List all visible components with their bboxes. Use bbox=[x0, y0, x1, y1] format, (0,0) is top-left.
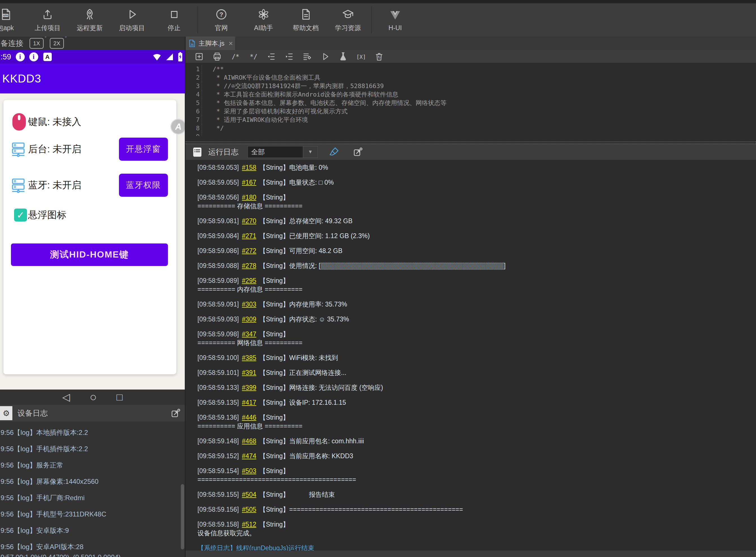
log-line-link[interactable]: #278 bbox=[242, 262, 256, 269]
run-log-entry: [09:58:59.084]#271【String】已使用空间: 1.12 GB… bbox=[197, 232, 749, 240]
run-log-title: 运行日志 bbox=[208, 147, 239, 157]
log-line-link[interactable]: #295 bbox=[242, 277, 256, 284]
log-line-link[interactable]: #270 bbox=[242, 217, 256, 225]
log-line-link[interactable]: #158 bbox=[242, 164, 256, 171]
log-message: 【String】已使用空间: 1.12 GB (2.3%) bbox=[259, 232, 370, 239]
toolbar-help-docs[interactable]: 帮助文档 bbox=[285, 8, 327, 32]
toolbar-learning-resources[interactable]: 学习资源 bbox=[327, 8, 369, 32]
log-line-link[interactable]: #399 bbox=[242, 384, 256, 391]
gear-icon[interactable]: ⚙ bbox=[0, 406, 12, 420]
log-line-link[interactable]: #512 bbox=[242, 521, 256, 528]
svg-text:APK: APK bbox=[3, 14, 8, 17]
toolbar-label: 远程更新 bbox=[77, 24, 103, 32]
editor-variables-icon[interactable]: [X] bbox=[356, 52, 366, 62]
log-line-link[interactable]: #446 bbox=[242, 414, 256, 421]
run-log-entry: [09:58:59.154]#503【String】==============… bbox=[197, 467, 749, 484]
svg-text:/*: /* bbox=[232, 53, 239, 60]
toolbar-stop[interactable]: 停止 bbox=[153, 8, 195, 32]
editor-format-code-icon[interactable] bbox=[302, 52, 312, 62]
toolbar-upload-project[interactable]: 上传项目 bbox=[26, 8, 69, 32]
phone-status-bar: :59 i i A bbox=[0, 50, 185, 64]
editor-comment-open-icon[interactable]: /* bbox=[230, 52, 240, 62]
device-log-scrollbar[interactable] bbox=[181, 484, 184, 549]
open-float-window-button[interactable]: 开悬浮窗 bbox=[119, 138, 168, 161]
editor-new-file-icon[interactable] bbox=[194, 52, 204, 62]
toolbar-start-project[interactable]: 启动项目 bbox=[111, 8, 153, 32]
bluetooth-permission-button[interactable]: 蓝牙权限 bbox=[119, 174, 168, 197]
toolbar-package-apk[interactable]: APK包apk bbox=[0, 8, 26, 32]
phone-row-label: 悬浮图标 bbox=[28, 209, 66, 222]
editor-outdent-icon[interactable] bbox=[266, 52, 276, 62]
editor-print-icon[interactable] bbox=[212, 52, 222, 62]
log-line-link[interactable]: #417 bbox=[242, 399, 256, 406]
editor-comment-close-icon[interactable]: */ bbox=[248, 52, 258, 62]
main-toolbar: APK包apk上传项目远程更新启动项目停止?官网AI助手帮助文档学习资源H-UI bbox=[0, 3, 756, 37]
log-message: 【String】================================… bbox=[259, 506, 463, 513]
log-message: 【String】 bbox=[259, 277, 289, 284]
svg-text:*/: */ bbox=[250, 53, 257, 60]
log-line-link[interactable]: #504 bbox=[242, 491, 256, 498]
log-message-line2: 设备信息获取完成。 bbox=[197, 529, 749, 537]
device-log-entry: 9:56【log】服务正常 bbox=[1, 461, 180, 469]
log-filter-arrow-icon[interactable]: ▼ bbox=[303, 146, 318, 158]
tab-close-icon[interactable]: × bbox=[229, 39, 233, 48]
device-connect-bar: 备连接 1X 2X bbox=[0, 37, 185, 50]
log-filter-select[interactable]: 全部 bbox=[248, 146, 303, 158]
system-log-entry: 【系统日志】线程(runDebugJs)运行结束 bbox=[197, 544, 749, 551]
tab-main-script[interactable]: JS 主脚本.js × bbox=[186, 37, 235, 50]
popout-icon[interactable] bbox=[353, 147, 364, 157]
code-editor[interactable]: 1/**2 * AIWROK平台设备信息全面检测工具3 * //✇交流QQ群71… bbox=[186, 63, 756, 144]
log-line-link[interactable]: #474 bbox=[242, 452, 256, 460]
run-log-header: 运行日志 全部 ▼ bbox=[186, 144, 756, 160]
nav-home-icon[interactable]: ○ bbox=[90, 389, 97, 405]
log-timestamp: [09:58:59.158] bbox=[197, 521, 239, 528]
run-log-entry: [09:58:59.055]#167【String】电量状态: □ 0% bbox=[197, 178, 749, 187]
log-line-link[interactable]: #180 bbox=[242, 194, 256, 201]
log-line-link[interactable]: #347 bbox=[242, 330, 256, 338]
clear-log-brush-icon[interactable] bbox=[328, 146, 340, 157]
tab-title: 主脚本.js bbox=[198, 39, 224, 48]
log-line-link[interactable]: #468 bbox=[242, 437, 256, 445]
log-line-link[interactable]: #505 bbox=[242, 506, 256, 513]
log-line-link[interactable]: #309 bbox=[242, 316, 256, 323]
log-line-link[interactable]: #167 bbox=[242, 179, 256, 186]
log-message-line2: ========== 存储信息 ========== bbox=[197, 202, 749, 210]
device-log-entry: 9:56【log】安卓版本:9 bbox=[1, 526, 180, 535]
code-line: 6 * 采用了多层容错机制和友好的可视化展示方式 bbox=[186, 107, 756, 116]
editor-clear-trash-icon[interactable]: ↻ bbox=[374, 52, 384, 62]
scale-1x-button[interactable]: 1X bbox=[30, 38, 43, 49]
graduation-icon bbox=[341, 8, 354, 21]
nav-back-icon[interactable]: ◁ bbox=[62, 389, 70, 405]
scale-2x-button[interactable]: 2X bbox=[50, 38, 64, 49]
editor-toolbar: /**/[X]↻ bbox=[186, 50, 756, 63]
device-screen-mirror[interactable]: :59 i i A KKDD3 测试HID-HOME键 键鼠: 未接入后台: 未… bbox=[0, 50, 185, 389]
log-line-link[interactable]: #272 bbox=[242, 247, 256, 255]
phone-status-card: 测试HID-HOME键 键鼠: 未接入后台: 未开启开悬浮窗蓝牙: 未开启蓝牙权… bbox=[3, 100, 176, 374]
editor-indent-icon[interactable] bbox=[284, 52, 294, 62]
svg-text:[X]: [X] bbox=[356, 54, 366, 60]
toolbar-remote-update[interactable]: 远程更新 bbox=[69, 8, 111, 32]
toolbar-ai-assistant[interactable]: AI助手 bbox=[243, 8, 285, 32]
toolbar-official-site[interactable]: ?官网 bbox=[200, 8, 243, 32]
run-log-entry: [09:58:59.091]#303【String】内存使用率: 35.73% bbox=[197, 300, 749, 309]
assistant-float-icon[interactable]: A bbox=[170, 119, 185, 135]
log-line-link[interactable]: #303 bbox=[242, 301, 256, 308]
horizontal-splitter[interactable] bbox=[186, 142, 756, 144]
log-line-link[interactable]: #391 bbox=[242, 369, 256, 376]
status-right-icons bbox=[152, 52, 183, 62]
editor-run-icon[interactable] bbox=[320, 52, 330, 62]
log-line-link[interactable]: #503 bbox=[242, 467, 256, 474]
editor-test-flask-icon[interactable] bbox=[338, 52, 348, 62]
svg-text:JS: JS bbox=[190, 43, 194, 47]
popout-icon[interactable] bbox=[170, 408, 181, 418]
toolbar-h-ui[interactable]: H-UI bbox=[374, 8, 416, 32]
test-hid-home-button[interactable]: 测试HID-HOME键 bbox=[11, 243, 168, 266]
wifi-icon bbox=[152, 52, 162, 62]
phone-app-bar: KKDD3 bbox=[0, 64, 185, 93]
nav-recents-icon[interactable]: □ bbox=[117, 389, 123, 405]
log-line-link[interactable]: #385 bbox=[242, 354, 256, 361]
log-line-link[interactable]: #271 bbox=[242, 232, 256, 239]
svg-text:↻: ↻ bbox=[378, 55, 381, 59]
float-icon-checkbox[interactable]: ✓ bbox=[14, 209, 27, 222]
log-timestamp: [09:58:59.081] bbox=[197, 217, 239, 225]
